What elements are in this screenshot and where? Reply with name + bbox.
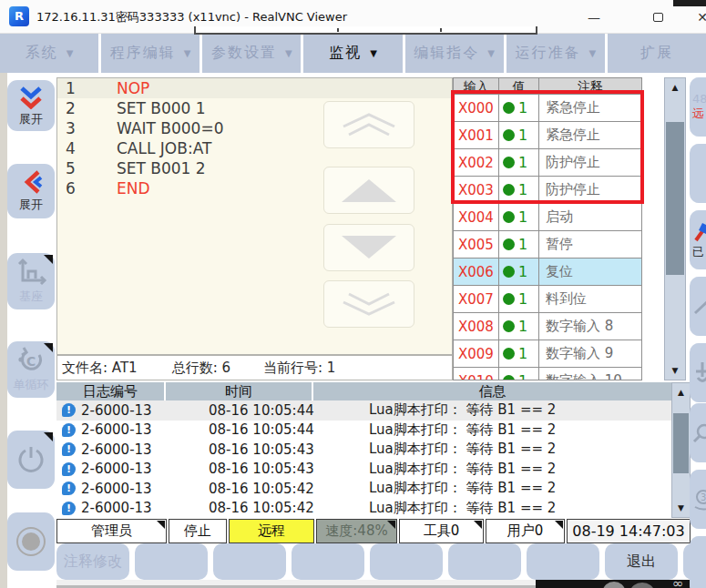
file-name-label: 文件名: AT1 [62, 360, 138, 377]
bottom-button-退出[interactable]: 退出 [605, 543, 678, 580]
bottom-button-blank-3[interactable] [292, 543, 364, 580]
green-dot-icon [503, 157, 515, 168]
bottom-button-blank-4[interactable] [370, 543, 443, 580]
io-value-cell: 1 [499, 259, 539, 285]
bottom-button-label: 退出 [627, 553, 656, 572]
nav-double-chevron-up-button[interactable] [323, 101, 414, 148]
scroll-up-icon[interactable]: ▲ [665, 78, 685, 96]
io-row-X002[interactable]: X0021防护停止 [454, 149, 641, 177]
program-line[interactable]: 1NOP [57, 78, 452, 98]
chevron-down-icon: ▼ [67, 48, 74, 58]
sidebar-button-展开[interactable]: 展开 [7, 164, 55, 218]
io-value: 1 [518, 181, 527, 198]
green-dot-icon [503, 238, 515, 250]
right-toolbar-button-7[interactable] [690, 536, 706, 588]
line-number: 4 [57, 139, 117, 157]
io-row-X001[interactable]: X0011紧急停止 [454, 122, 641, 149]
bottom-button-blank-6[interactable] [527, 543, 599, 580]
info-icon: ! [62, 442, 76, 456]
nav-triangle-down-button[interactable] [323, 224, 414, 271]
tab-运行准备[interactable]: 运行准备▼ [506, 34, 608, 73]
io-value: 1 [518, 345, 527, 362]
nav-double-chevron-down-button[interactable] [323, 280, 414, 328]
background-window-sliver [673, 0, 706, 6]
sidebar-button-power-icon[interactable] [7, 431, 55, 489]
bottom-button-blank-2[interactable] [213, 543, 286, 580]
log-row[interactable]: !2-6000-1308-16 10:05:44Lua脚本打印： 等待 B1 =… [56, 421, 671, 441]
status-segment-远程[interactable]: 远程 [229, 519, 314, 543]
right-toolbar-button-5[interactable] [690, 403, 706, 462]
log-row[interactable]: !2-6000-1308-16 10:05:42Lua脚本打印： 等待 B1 =… [56, 479, 671, 499]
log-scrollbar[interactable]: ▲ ▼ [671, 382, 691, 518]
io-scrollbar-thumb[interactable] [666, 122, 684, 275]
status-segment-label: 管理员 [91, 522, 132, 540]
nav-triangle-up-button[interactable] [323, 167, 414, 214]
io-row-X005[interactable]: X0051暂停 [454, 231, 641, 259]
corner-notch-icon [44, 432, 53, 441]
io-row-X006[interactable]: X0061复位 [454, 259, 641, 286]
bottom-button-blank-5[interactable] [448, 543, 521, 580]
io-row-X003[interactable]: X0031防护停止 [454, 177, 641, 204]
log-row[interactable]: !2-6000-1308-16 10:05:43Lua脚本打印： 等待 B1 =… [56, 440, 671, 460]
status-segment-管理员[interactable]: 管理员 [56, 519, 167, 543]
log-table-body: !2-6000-1308-16 10:05:44Lua脚本打印： 等待 B1 =… [56, 400, 671, 518]
maximize-button[interactable] [639, 5, 676, 29]
log-scrollbar-thumb[interactable] [673, 413, 689, 473]
io-row-X007[interactable]: X0071料到位 [454, 286, 641, 313]
log-row[interactable]: !2-6000-1308-16 10:05:43Lua脚本打印： 等待 B1 =… [56, 460, 671, 480]
right-toolbar-button-4[interactable] [690, 343, 706, 402]
io-row-X004[interactable]: X0041启动 [454, 204, 641, 231]
triangle-up-icon [336, 176, 402, 205]
io-scrollbar[interactable]: ▲ ▼ [664, 77, 686, 380]
bottom-button-注释修改[interactable]: 注释修改 [56, 543, 129, 580]
scroll-down-icon[interactable]: ▼ [665, 361, 685, 380]
tab-编辑指令[interactable]: 编辑指令▼ [405, 34, 506, 73]
log-row[interactable]: !2-6000-1308-16 10:05:42Lua脚本打印： 等待 B1 =… [56, 499, 671, 519]
chevron-down-icon: ▼ [487, 48, 495, 58]
corner-notch-icon [474, 521, 482, 529]
tab-程序编辑[interactable]: 程序编辑▼ [101, 34, 202, 73]
io-row-X010[interactable]: X0101数字输入 10 [454, 368, 641, 380]
status-segment-label: 08-19 14:47:03 [572, 522, 684, 540]
right-toolbar-button-2[interactable]: 已 [690, 210, 706, 269]
io-input-name: X006 [454, 259, 499, 285]
tab-label: 系统 [26, 44, 58, 63]
sidebar-button-单循环[interactable]: C单循环 [7, 341, 55, 398]
sidebar-button-展开[interactable]: 展开 [7, 80, 55, 131]
green-dot-icon [503, 102, 515, 114]
tab-label: 运行准备 [515, 44, 580, 63]
info-icon: ! [62, 482, 76, 495]
log-message: Lua脚本打印： 等待 B1 == 2 [369, 461, 671, 478]
menu-bar: 系统▼程序编辑▼参数设置▼监视▼编辑指令▼运行准备▼扩展 [0, 34, 706, 73]
tab-监视[interactable]: 监视▼ [303, 34, 404, 73]
desktop-edge-strip [0, 73, 7, 588]
right-toolbar-button-6[interactable]: 3 [690, 470, 706, 529]
status-segment-速度:48%[interactable]: 速度:48% [316, 519, 397, 543]
sidebar-button-基座[interactable]: 基座 [7, 253, 55, 309]
log-row[interactable]: !2-6000-1308-16 10:05:44Lua脚本打印： 等待 B1 =… [56, 400, 671, 421]
minimize-button[interactable]: — [576, 5, 612, 29]
bottom-button-blank-1[interactable] [135, 543, 208, 580]
chevron-down-icon: ▼ [285, 48, 292, 58]
status-segment-用户0[interactable]: 用户0 [486, 519, 565, 543]
background-window-strip: ∞ [536, 580, 706, 588]
vnc-toolbar-handle[interactable] [194, 26, 537, 35]
sidebar-button-label: 展开 [19, 111, 43, 127]
io-row-X009[interactable]: X0091数字输入 9 [454, 340, 641, 368]
io-row-X008[interactable]: X0081数字输入 8 [454, 313, 641, 340]
sidebar-button-record-icon[interactable] [7, 512, 55, 571]
io-input-name: X008 [454, 313, 499, 340]
scroll-up-icon[interactable]: ▲ [672, 383, 690, 401]
status-segment-工具0[interactable]: 工具0 [399, 519, 484, 543]
right-toolbar-button-3[interactable] [690, 277, 706, 336]
io-row-X000[interactable]: X0001紧急停止 [454, 95, 641, 122]
tab-系统[interactable]: 系统▼ [0, 34, 101, 73]
log-panel: 日志编号 时间 信息 !2-6000-1308-16 10:05:44Lua脚本… [56, 382, 671, 519]
right-toolbar-button-1[interactable] [690, 144, 706, 203]
close-button[interactable]: ✕ [692, 5, 706, 29]
tab-参数设置[interactable]: 参数设置▼ [202, 34, 303, 73]
info-icon: ! [62, 423, 76, 437]
scroll-down-icon[interactable]: ▼ [672, 499, 690, 517]
right-toolbar-button-0[interactable]: 48远 [690, 77, 706, 137]
tab-扩展[interactable]: 扩展 [608, 34, 706, 73]
